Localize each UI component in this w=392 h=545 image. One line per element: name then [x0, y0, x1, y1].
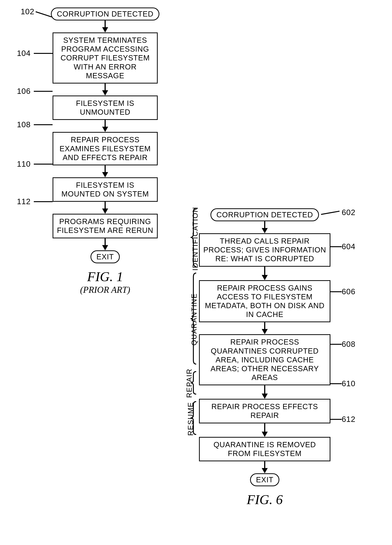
fig1-ref-104: 104 — [17, 49, 31, 58]
fig1-subcaption: (PRIOR ART) — [80, 285, 130, 295]
fig6-exit-terminal: EXIT — [250, 473, 280, 486]
fig6-ref-602: 602 — [342, 208, 355, 217]
fig6-step-606: REPAIR PROCESS GAINS ACCESS TO FILESYSTE… — [199, 280, 330, 322]
fig6-step-612: QUARANTINE IS REMOVED FROM FILESYSTEM — [199, 437, 330, 461]
fig1-start-terminal: CORRUPTION DETECTED — [51, 7, 160, 20]
phase-quarantine: QUARANTINE — [190, 293, 198, 346]
phase-resume: RESUME — [187, 402, 195, 436]
fig1-ref-110: 110 — [17, 160, 31, 168]
phase-identification: IDENTIFICATION — [191, 207, 199, 271]
fig6-step-610: REPAIR PROCESS EFFECTS REPAIR — [199, 399, 330, 423]
fig6-step-608: REPAIR PROCESS QUARANTINES CORRUPTED ARE… — [199, 334, 330, 385]
fig6-ref-604: 604 — [342, 242, 355, 251]
fig1-ref-106: 106 — [17, 87, 31, 96]
fig1-step-108: REPAIR PROCESS EXAMINES FILESYSTEM AND E… — [53, 132, 158, 165]
fig1-ref-108: 108 — [17, 120, 31, 129]
figure-1: CORRUPTION DETECTED SYSTEM TERMINATES PR… — [45, 7, 165, 295]
phase-repair: REPAIR — [185, 368, 193, 398]
fig1-caption: FIG. 1 — [87, 269, 123, 285]
fig6-caption: FIG. 6 — [247, 492, 283, 508]
fig1-step-104: SYSTEM TERMINATES PROGRAM ACCESSING CORR… — [53, 32, 158, 84]
fig6-start-terminal: CORRUPTION DETECTED — [211, 208, 319, 221]
fig6-ref-610: 610 — [342, 379, 355, 388]
fig1-step-106: FILESYSTEM IS UNMOUNTED — [53, 96, 158, 120]
figure-6: CORRUPTION DETECTED THREAD CALLS REPAIR … — [195, 208, 334, 508]
fig1-step-112: PROGRAMS REQUIRING FILESYSTEM ARE RERUN — [53, 214, 158, 238]
fig1-ref-102: 102 — [21, 7, 34, 16]
fig1-step-110: FILESYSTEM IS MOUNTED ON SYSTEM — [53, 177, 158, 202]
fig6-step-604: THREAD CALLS REPAIR PROCESS; GIVES INFOR… — [199, 233, 330, 267]
fig6-ref-608: 608 — [342, 340, 355, 349]
fig1-ref-112: 112 — [17, 197, 31, 206]
fig6-ref-612: 612 — [342, 415, 355, 424]
fig6-ref-606: 606 — [342, 287, 355, 296]
fig1-exit-terminal: EXIT — [91, 250, 120, 263]
